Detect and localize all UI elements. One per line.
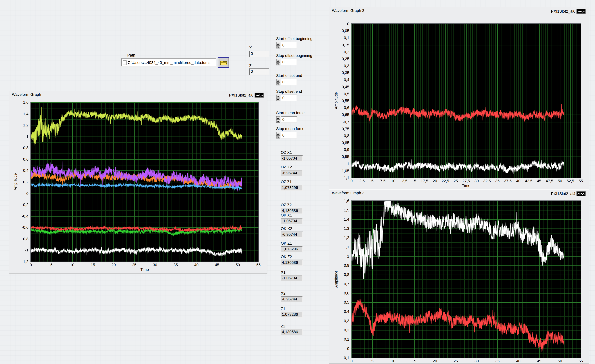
y-tick-label: 0,9 (344, 263, 349, 267)
x-tick-label: 35 (495, 179, 500, 183)
x-tick-label: 42,5 (525, 179, 532, 183)
y-tick-label: -0,45 (340, 85, 349, 89)
plot-canvas (352, 24, 581, 178)
indicator-z2: Z2 4,130586 (281, 324, 313, 335)
y-tick-label: 0 (347, 346, 349, 350)
numeric-input[interactable] (281, 42, 297, 49)
indicator-value: 0 (249, 51, 269, 57)
indicator-value: -1,06734 (281, 275, 303, 281)
plot-legend[interactable]: PXI1Slot2_ai0 (551, 8, 586, 14)
numeric-input[interactable] (281, 79, 297, 85)
increment-button[interactable] (276, 94, 280, 98)
y-tick-label: 0,8 (23, 146, 28, 150)
indicator-ok-z1: OK Z1 1,073296 (281, 241, 313, 252)
indicator-oz-x1: OZ X1 -1,06734 (281, 150, 313, 162)
y-tick-label: -0,65 (340, 113, 349, 117)
x-tick-label: 50 (235, 263, 240, 267)
browse-button[interactable] (218, 57, 229, 68)
x-tick-label: 15 (412, 359, 416, 363)
y-tick-label: -0,7 (342, 120, 349, 124)
control-stop-mean-force: Stop mean force (276, 127, 326, 138)
y-tick-label: 0,3 (344, 319, 349, 323)
y-tick-label: 0,7 (344, 282, 349, 286)
x-tick-label: 27,5 (462, 179, 470, 183)
increment-button[interactable] (276, 132, 280, 135)
y-tick-label: 1,3 (344, 226, 349, 230)
decrement-button[interactable] (276, 82, 280, 85)
y-tick-label: -0,9 (342, 148, 349, 152)
x-tick-label: 45 (215, 263, 219, 267)
decrement-button[interactable] (276, 119, 280, 123)
x-tick-label: 30 (475, 359, 479, 363)
indicator-value: 4,130586 (281, 329, 303, 335)
y-tick-label: 0,8 (344, 272, 349, 277)
y-tick-label: 0,6 (344, 291, 349, 295)
indicator-value: 1,073296 (281, 246, 303, 252)
y-tick-label: 1,4 (23, 112, 28, 116)
plot-canvas (352, 201, 581, 358)
y-tick-label: 0 (347, 22, 349, 26)
x-tick-label: 25 (454, 359, 458, 363)
y-tick-label: 0,1 (344, 337, 349, 341)
y-tick-labels: 0-0,05-0,1-0,15-0,2-0,25-0,3-0,35-0,4-0,… (329, 24, 350, 178)
y-tick-label: -0,6 (342, 106, 349, 110)
x-tick-label: 0 (30, 263, 32, 267)
decrement-button[interactable] (276, 62, 280, 65)
control-label: Stop mean force (276, 127, 326, 131)
y-tick-label: 1 (26, 134, 28, 138)
increment-button[interactable] (276, 59, 280, 62)
y-tick-label: -0,4 (342, 78, 349, 82)
increment-button[interactable] (276, 42, 280, 45)
control-label: Start mean force (276, 111, 326, 115)
indicator-value: 4,130586 (281, 260, 303, 266)
indicator-label: Z (249, 63, 276, 68)
x-tick-label: 30 (475, 179, 479, 183)
x-tick-label: 47,5 (546, 179, 553, 183)
y-tick-label: 0,5 (344, 300, 349, 304)
indicator-value: -1,06734 (281, 156, 303, 162)
decrement-button[interactable] (276, 135, 280, 138)
control-label: Start offset end (276, 73, 326, 78)
x-tick-label: 10 (391, 359, 396, 363)
increment-button[interactable] (276, 79, 280, 82)
increment-button[interactable] (276, 116, 280, 119)
y-tick-label: -0,25 (340, 57, 349, 61)
path-input[interactable]: C:\Users\...4034_40_mm_min\filtered_data… (121, 58, 216, 67)
indicator-value: 1,073286 (281, 312, 303, 318)
plot-legend[interactable]: PXI1Slot2_ai4 (551, 191, 586, 197)
decrement-button[interactable] (276, 98, 280, 101)
graph-title: Waveform Graph 3 (332, 191, 364, 195)
indicator-oz-z2: OZ Z2 4,130586 (281, 203, 313, 214)
numeric-input[interactable] (281, 132, 297, 138)
y-tick-labels: 1,61,51,41,31,21,110,90,80,70,60,50,40,3… (329, 201, 350, 358)
y-tick-label: -1,2 (22, 260, 28, 264)
indicator-ok-x1: OK X1 -1,06734 (281, 213, 313, 224)
numeric-input[interactable] (281, 59, 297, 65)
y-tick-label: 1,5 (344, 208, 349, 212)
indicator-value: -6,95744 (281, 170, 303, 176)
x-tick-label: 40 (516, 359, 520, 363)
x-tick-label: 52,5 (567, 179, 574, 183)
y-tick-label: 1,4 (344, 217, 349, 221)
y-tick-label: -0,55 (340, 99, 349, 103)
x-tick-label: 32,5 (483, 179, 491, 183)
numeric-input[interactable] (281, 116, 297, 123)
x-tick-label: 40 (194, 263, 199, 267)
decrement-button[interactable] (276, 45, 280, 49)
x-tick-label: 7,5 (380, 179, 386, 183)
y-tick-label: -0,5 (342, 92, 349, 96)
y-tick-label: -0,2 (342, 50, 349, 54)
y-tick-label: -0,4 (22, 214, 28, 218)
y-tick-label: -0,1 (342, 36, 349, 40)
control-start-offset-end: Start offset end (276, 73, 326, 85)
indicator-x: X 0 (249, 46, 276, 57)
plot-legend[interactable]: PXI1Slot2_ai0 (229, 93, 264, 98)
numeric-input[interactable] (281, 94, 297, 101)
waveform-graph-1: Waveform Graph PXI1Slot2_ai0 Amplitude 1… (9, 91, 267, 274)
x-tick-label: 5 (371, 359, 374, 363)
x-tick-label: 50 (558, 359, 562, 363)
x-tick-label: 20 (433, 359, 437, 363)
indicator-value: -6,95744 (281, 232, 303, 238)
y-tick-label: -1 (25, 248, 28, 252)
x-tick-label: 30 (153, 263, 157, 267)
